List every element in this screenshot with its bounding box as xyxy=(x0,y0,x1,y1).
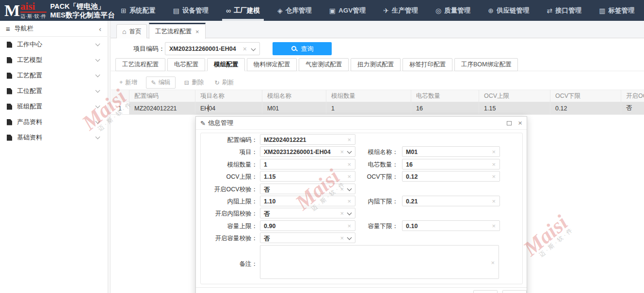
menu-item-quality-mgmt[interactable]: ◎质量管理 xyxy=(430,0,476,21)
subtab-material-binding-config[interactable]: 物料绑定配置 xyxy=(247,58,297,71)
project-select[interactable]: XM202312260001-EH04× xyxy=(260,146,355,157)
chevron-down-icon[interactable] xyxy=(251,46,256,51)
tab-home[interactable]: ⌂ 首页 xyxy=(116,24,147,38)
capacity-lower-input[interactable]: 0.10× xyxy=(402,220,500,231)
clear-icon[interactable]: × xyxy=(492,173,496,180)
ocv-upper-input[interactable]: 1.15× xyxy=(260,171,355,182)
clear-icon[interactable]: × xyxy=(340,210,344,217)
add-button[interactable]: +新增 xyxy=(117,77,139,88)
ir-lower-input[interactable]: 0.21× xyxy=(402,196,500,206)
maximize-icon[interactable] xyxy=(507,121,512,125)
menu-item-production-mgmt[interactable]: ✈生产管理 xyxy=(377,0,424,21)
cell-ocv-lower[interactable]: 0.12 xyxy=(550,102,621,115)
clear-icon[interactable]: × xyxy=(347,136,351,143)
clear-icon[interactable]: × xyxy=(340,148,344,155)
clear-icon[interactable]: × xyxy=(340,185,344,193)
column-header[interactable]: 模组名称 xyxy=(262,90,326,102)
refresh-button[interactable]: ↻刷新 xyxy=(212,77,236,88)
sidebar-item-process-model[interactable]: 工艺模型 xyxy=(0,52,110,68)
subtab-label-print-config[interactable]: 标签打印配置 xyxy=(402,58,452,71)
close-tab-icon[interactable]: × xyxy=(195,28,199,35)
ocv-check-select[interactable]: 否× xyxy=(260,184,355,194)
clear-icon[interactable]: × xyxy=(347,173,351,180)
modal-footer-button[interactable] xyxy=(502,290,527,293)
modal-footer-button[interactable] xyxy=(473,290,498,293)
menu-item-equipment-mgmt[interactable]: ▤设备管理 xyxy=(167,0,214,21)
config-code-input[interactable]: MZ2024012221× xyxy=(260,134,355,145)
search-button[interactable]: 查询 xyxy=(273,42,332,55)
cell-project-name[interactable]: EH04 xyxy=(195,102,262,115)
menu-item-system-config[interactable]: ⊞系统配置 xyxy=(115,0,161,21)
subtab-cell-config[interactable]: 电芯配置 xyxy=(167,58,205,71)
sidebar-item-team-config[interactable]: 班组配置 xyxy=(0,99,110,114)
menu-item-label-mgmt[interactable]: ▥标签管理 xyxy=(593,0,640,21)
plus-icon: + xyxy=(119,79,123,86)
column-header[interactable]: 电芯数量 xyxy=(411,90,479,102)
module-qty-input[interactable]: 1× xyxy=(260,159,355,170)
capacity-check-select[interactable]: 否× xyxy=(260,232,355,243)
subtab-airtight-test-config[interactable]: 气密测试配置 xyxy=(299,58,349,71)
clear-icon[interactable]: × xyxy=(492,148,496,155)
clear-icon[interactable]: × xyxy=(492,222,496,230)
sidebar-scrollbar[interactable] xyxy=(107,21,110,293)
menu-item-warehouse-mgmt[interactable]: ◈仓库管理 xyxy=(272,0,318,21)
menu-item-agv-mgmt[interactable]: ▣AGV管理 xyxy=(323,0,372,21)
column-header[interactable]: 开启OCV校验 xyxy=(621,90,644,102)
hamburger-icon[interactable]: ≡ xyxy=(6,25,10,33)
clear-icon[interactable]: × xyxy=(340,234,344,242)
chevron-down-icon[interactable] xyxy=(347,149,352,154)
clear-icon[interactable]: × xyxy=(492,161,496,168)
cell-cell-qty[interactable]: 16 xyxy=(411,102,479,115)
remark-textarea[interactable]: × xyxy=(260,245,499,279)
collapse-sidebar-icon[interactable]: ‹ xyxy=(99,25,101,33)
module-name-input[interactable]: M01× xyxy=(402,146,500,157)
ir-check-select[interactable]: 否× xyxy=(260,208,355,218)
chevron-down-icon[interactable] xyxy=(347,186,352,191)
chevron-down-icon[interactable] xyxy=(347,235,352,240)
ir-upper-input[interactable]: 1.10× xyxy=(260,196,355,206)
clear-icon[interactable]: × xyxy=(347,198,351,205)
tab-process-flow-config[interactable]: 工艺流程配置 × xyxy=(149,23,206,39)
cell-ocv-check[interactable]: 否 xyxy=(621,102,644,115)
column-header[interactable]: 项目名称 xyxy=(195,90,262,102)
subtab-process-flow-config[interactable]: 工艺流程配置 xyxy=(115,58,165,71)
project-code-select[interactable]: XM202312260001-EH04 × xyxy=(165,42,260,55)
dialog-header[interactable]: ✎ 信息管理 × xyxy=(196,117,527,130)
menu-item-interface-mgmt[interactable]: ⇄接口管理 xyxy=(541,0,587,21)
capacity-upper-input[interactable]: 0.90× xyxy=(260,220,355,231)
menu-item-factory-modeling[interactable]: ∞工厂建模 xyxy=(220,0,266,21)
remark-label: 备注： xyxy=(200,260,258,268)
sidebar-item-product-data[interactable]: 产品资料 xyxy=(0,114,110,130)
subtab-torque-test-config[interactable]: 扭力测试配置 xyxy=(351,58,401,71)
logo-letter: M xyxy=(4,2,20,19)
subtab-module-config[interactable]: 模组配置 xyxy=(207,58,245,71)
cell-module-qty[interactable]: 1 xyxy=(326,102,411,115)
subtab-process-bom-binding-config[interactable]: 工序BOM绑定配置 xyxy=(454,58,518,71)
clear-icon[interactable]: × xyxy=(492,198,496,205)
cell-qty-input[interactable]: 16× xyxy=(402,159,500,170)
ir-lower-label: 内阻下限： xyxy=(357,198,398,206)
clear-icon[interactable]: × xyxy=(347,161,351,168)
column-header[interactable]: 模组数量 xyxy=(326,90,411,102)
cell-ocv-upper[interactable]: 1.15 xyxy=(479,102,550,115)
cell-config-code[interactable]: MZ2024012221 xyxy=(129,102,195,115)
module-qty-label: 模组数量： xyxy=(200,161,258,169)
ocv-lower-input[interactable]: 0.12× xyxy=(402,171,500,182)
sidebar-item-process-config[interactable]: 工艺配置 xyxy=(0,68,110,83)
clear-icon[interactable]: × xyxy=(491,259,495,266)
delete-button[interactable]: ⊟删除 xyxy=(182,77,206,88)
cell-module-name[interactable]: M01 xyxy=(262,102,326,115)
table-row[interactable]: 1 MZ2024012221 EH04 M01 1 16 1.15 0.12 否 xyxy=(111,102,644,115)
column-header[interactable]: OCV下限 xyxy=(550,90,621,102)
sidebar-item-work-center[interactable]: 工作中心 xyxy=(0,37,110,52)
close-icon[interactable]: × xyxy=(518,121,522,125)
sidebar-item-station-config[interactable]: 工位配置 xyxy=(0,83,110,99)
clear-icon[interactable]: × xyxy=(347,222,351,230)
menu-item-supply-chain-mgmt[interactable]: ⊕供应链管理 xyxy=(482,0,535,21)
sidebar-item-basic-data[interactable]: 基础资料 xyxy=(0,130,110,145)
column-header[interactable]: 配置编码 xyxy=(129,90,195,102)
edit-button[interactable]: ✎编辑 xyxy=(146,77,175,89)
column-header[interactable]: OCV上限 xyxy=(479,90,550,102)
chevron-down-icon[interactable] xyxy=(347,211,352,216)
clear-icon[interactable]: × xyxy=(243,45,247,53)
